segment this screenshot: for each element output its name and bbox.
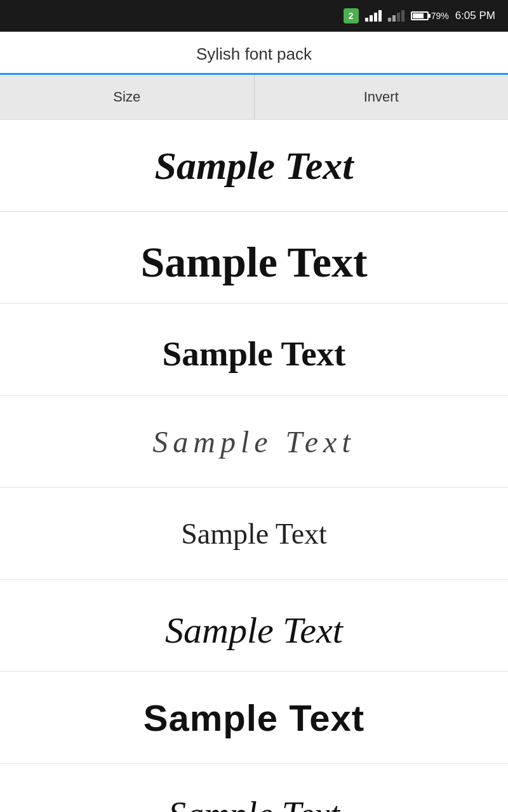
battery-icon [411, 11, 429, 20]
app-header: Sylish font pack [0, 32, 508, 75]
font-item-6[interactable]: Sample Text [0, 580, 508, 672]
font-sample-1: Sample Text [155, 143, 354, 188]
svg-text:Sample Text: Sample Text [168, 795, 341, 812]
signal-icon-2 [388, 10, 404, 22]
font-item-4[interactable]: Sample Text [0, 396, 508, 488]
svg-text:Sample Text: Sample Text [140, 238, 367, 286]
controls-bar: Size Invert [0, 75, 508, 120]
signal-icon-1 [365, 10, 382, 22]
invert-button[interactable]: Invert [255, 75, 509, 119]
time-display: 6:05 PM [455, 10, 495, 22]
font-sample-4: Sample Text [152, 424, 356, 459]
battery-indicator: 79% [411, 11, 449, 21]
font-sample-3-svg: Sample Text [102, 324, 406, 375]
status-bar: 2 79% 6:05 PM [0, 0, 508, 32]
font-sample-8-svg: Sample Text [95, 781, 413, 812]
font-list: Sample Text Sample Text Sample Text Samp… [0, 120, 508, 812]
svg-text:Sample Text: Sample Text [163, 334, 346, 373]
battery-percent: 79% [431, 11, 449, 21]
font-sample-6-svg: Sample Text [95, 597, 413, 654]
font-item-1[interactable]: Sample Text [0, 120, 508, 212]
notification-badge: 2 [344, 8, 359, 23]
size-button[interactable]: Size [0, 75, 255, 119]
font-sample-5: Sample Text [181, 517, 327, 551]
font-item-8[interactable]: Sample Text [0, 764, 508, 812]
font-sample-2-svg: Sample Text [89, 229, 419, 286]
font-item-3[interactable]: Sample Text [0, 304, 508, 396]
font-item-5[interactable]: Sample Text [0, 488, 508, 580]
font-item-2[interactable]: Sample Text [0, 212, 508, 304]
font-sample-7: Sample Text [144, 697, 364, 739]
font-item-7[interactable]: Sample Text [0, 672, 508, 764]
app-title: Sylish font pack [0, 44, 508, 73]
svg-text:Sample Text: Sample Text [165, 610, 344, 651]
